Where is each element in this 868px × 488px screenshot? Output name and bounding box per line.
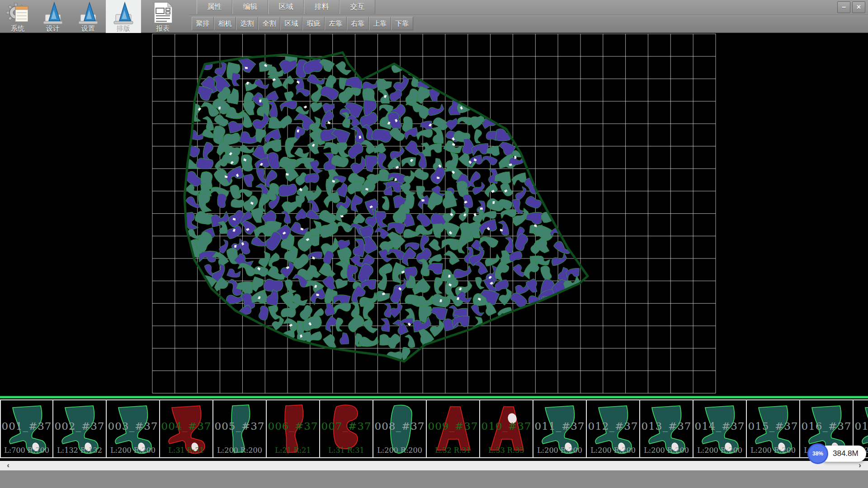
tool-button-9[interactable]: 上靠 [369,17,391,30]
mode-button-2[interactable]: 设计 [35,0,71,33]
minimize-button[interactable]: − [837,1,850,13]
piece-lr-counts: L:200 R:200 [213,446,266,455]
progress-badge: 38% [807,443,828,464]
piece-id: 010_#37 [480,420,533,432]
memory-status-pill: 38% 384.8M [819,446,866,462]
piece-thumbnail-10[interactable]: 010_#37L:33 R:33 [480,400,533,457]
piece-id: 007_#37 [320,420,373,432]
mode-label: 系统 [11,24,24,33]
piece-id: 016_#37 [800,420,853,432]
mode-label: 报表 [156,24,170,33]
piece-id: 004_#37 [160,420,212,432]
tool-buttons: 聚排相机选割全割区域瑕疵左靠右靠上靠下靠 [192,17,413,30]
piece-id: 008_#37 [373,420,426,432]
piece-thumbnail-11[interactable]: 011_#37L:200 R:200 [533,400,587,457]
piece-id: 011_#37 [533,420,586,432]
mode-label: 设计 [46,24,60,33]
mode-label: 设置 [81,24,95,33]
piece-id: 006_#37 [267,420,319,432]
tool-button-4[interactable]: 全割 [258,17,280,30]
piece-thumbnail-3[interactable]: 003_#37L:200 R:200 [107,400,160,457]
tool-button-8[interactable]: 右靠 [347,17,369,30]
system-icon [4,1,32,24]
tool-button-10[interactable]: 下靠 [391,17,413,30]
mode-buttons: 系统 设计 设置 排版 报表 [0,0,180,33]
piece-thumbnail-5[interactable]: 005_#37L:200 R:200 [213,400,267,457]
piece-thumbnail-12[interactable]: 012_#37L:200 R:200 [587,400,640,457]
piece-thumbnail-strip: 001_#37L:700 R:700 002_#37L:132 R:132 00… [0,399,868,458]
piece-lr-counts: L:200 R:200 [640,446,693,455]
piece-id: 005_#37 [213,420,266,432]
toolbar: 系统 设计 设置 排版 报表 属性编辑区域排料交互 聚排相机选割全割区域瑕疵左靠… [0,0,868,33]
mode-label: 排版 [117,24,130,33]
toolbar-groove [189,15,868,16]
piece-id: 009_#37 [427,420,479,432]
piece-thumbnail-14[interactable]: 014_#37L:200 R:200 [693,400,747,457]
report-icon [149,1,177,24]
tool-button-7[interactable]: 左靠 [325,17,347,30]
menu-tab-1[interactable]: 属性 [197,0,232,14]
piece-thumbnail-7[interactable]: 007_#37L:31 R:31 [320,400,373,457]
piece-id: 013_#37 [640,420,693,432]
horizontal-scrollbar[interactable]: ‹ › [0,461,868,470]
piece-id: 002_#37 [53,420,106,432]
piece-lr-counts: L:200 R:200 [373,446,426,455]
piece-id: 014_#37 [693,420,746,432]
settings-icon [74,1,102,24]
layout-icon [109,1,137,24]
memory-value: 384.8M [833,449,859,458]
tool-button-3[interactable]: 选割 [236,17,258,30]
piece-thumbnail-13[interactable]: 013_#37L:200 R:200 [640,400,693,457]
mode-button-4[interactable]: 排版 [106,0,141,33]
piece-lr-counts: L:200 R:200 [587,446,639,455]
menu-tab-4[interactable]: 排料 [304,0,340,14]
status-bar [0,470,868,488]
piece-lr-counts: L:200 R:200 [533,446,586,455]
piece-lr-counts: L:31 R:31 [160,446,212,455]
piece-thumbnail-1[interactable]: 001_#37L:700 R:700 [0,400,53,457]
mode-button-3[interactable]: 设置 [71,0,106,33]
piece-lr-counts: L:31 R:31 [320,446,373,455]
menu-tab-5[interactable]: 交互 [340,0,375,14]
menu-tab-2[interactable]: 编辑 [232,0,268,14]
scroll-left-icon[interactable]: ‹ [0,461,16,470]
tool-button-2[interactable]: 相机 [214,17,236,30]
piece-lr-counts: L:700 R:700 [1,446,52,455]
canvas-svg [0,33,868,396]
piece-lr-counts: L:132 R:132 [53,446,106,455]
window-controls: − × [837,1,865,13]
tool-button-5[interactable]: 区域 [280,17,302,30]
design-icon [39,1,67,24]
piece-id: 015_#37 [747,420,799,432]
mode-button-1[interactable]: 系统 [0,0,35,33]
scroll-right-icon[interactable]: › [852,461,868,470]
piece-lr-counts: L:200 R:200 [107,446,159,455]
piece-id: 001_#37 [1,420,52,432]
piece-id: 012_#37 [587,420,639,432]
piece-id: 017_#37 [854,420,868,432]
menu-bar: 属性编辑区域排料交互 [197,0,375,14]
piece-lr-counts: L:33 R:33 [480,446,533,455]
piece-lr-counts: L:200 R:200 [693,446,746,455]
menu-tab-3[interactable]: 区域 [268,0,304,14]
piece-lr-counts: L:32 R:31 [427,446,479,455]
piece-thumbnail-6[interactable]: 006_#37L:21 R:21 [267,400,320,457]
piece-id: 003_#37 [107,420,159,432]
piece-thumbnail-2[interactable]: 002_#37L:132 R:132 [53,400,107,457]
piece-thumbnail-9[interactable]: 009_#37L:32 R:31 [427,400,480,457]
strip-divider [0,396,868,399]
nesting-canvas[interactable] [0,33,868,396]
piece-lr-counts: L:21 R:21 [267,446,319,455]
piece-lr-counts: L:200 R:200 [747,446,799,455]
piece-thumbnail-15[interactable]: 015_#37L:200 R:200 [747,400,800,457]
piece-thumbnail-4[interactable]: 004_#37L:31 R:31 [160,400,213,457]
close-button[interactable]: × [852,1,865,13]
tool-button-1[interactable]: 聚排 [192,17,214,30]
mode-button-5[interactable]: 报表 [145,0,180,33]
piece-thumbnail-8[interactable]: 008_#37L:200 R:200 [373,400,427,457]
nested-pieces [182,44,582,364]
tool-button-6[interactable]: 瑕疵 [302,17,325,30]
